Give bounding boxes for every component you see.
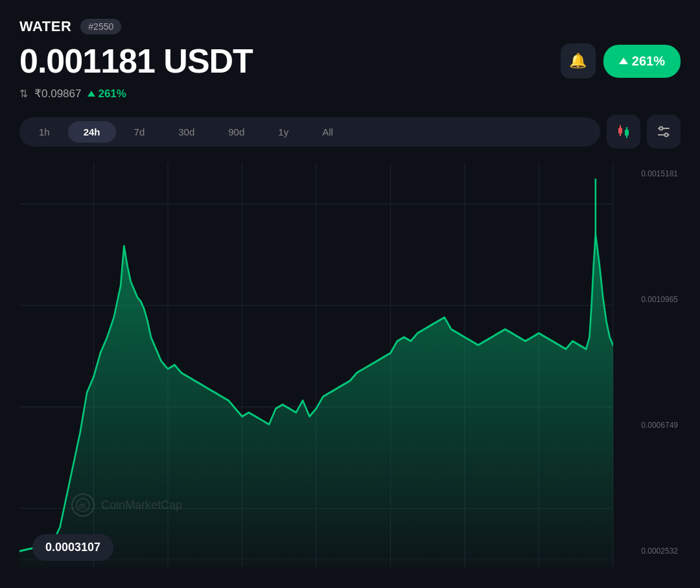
cmc-logo: m [71,493,95,517]
tab-30d[interactable]: 30d [163,121,210,143]
tab-7d[interactable]: 7d [119,121,161,143]
svg-point-9 [665,134,668,137]
bell-icon: 🔔 [569,53,587,69]
time-tabs-group: 1h 24h 7d 30d 90d 1y All [19,117,600,147]
tab-1h[interactable]: 1h [23,121,65,143]
y-label-3: 0.0006749 [619,421,681,430]
price-main: 0.001181 USDT [19,41,253,80]
ticker-label: WATER [19,18,71,35]
tab-all[interactable]: All [307,121,349,143]
chart-container: 0.0015181 0.0010965 0.0006749 0.0002532 … [19,163,681,575]
filter-icon [656,124,671,139]
y-label-1: 0.0015181 [619,169,681,178]
change-button[interactable]: 261% [603,45,681,78]
exchange-icon: ⇅ [19,88,28,100]
chart-wrapper: 0.0015181 0.0010965 0.0006749 0.0002532 … [19,163,681,575]
y-label-2: 0.0010965 [619,295,681,304]
inr-price: ₹0.09867 [34,87,81,100]
tab-1y[interactable]: 1y [262,121,304,143]
filter-button[interactable] [647,115,681,148]
svg-text:m: m [79,502,85,509]
chart-type-button[interactable] [607,115,640,148]
svg-rect-1 [618,128,622,134]
tabs-row: 1h 24h 7d 30d 90d 1y All [19,115,681,148]
y-label-4: 0.0002532 [619,547,681,556]
y-axis-labels: 0.0015181 0.0010965 0.0006749 0.0002532 [619,163,681,575]
rank-badge: #2550 [80,19,121,34]
tab-24h[interactable]: 24h [68,121,116,143]
tab-90d[interactable]: 90d [213,121,260,143]
triangle-up-icon [88,91,95,97]
pct-change-sub: 261% [88,88,126,100]
candlestick-icon [615,123,632,140]
tooltip-value: 0.0003107 [45,541,100,554]
change-pct-label: 261% [632,54,665,69]
price-tooltip: 0.0003107 [32,534,113,561]
arrow-up-icon [619,58,628,64]
cmc-watermark: m CoinMarketCap [71,493,182,517]
cmc-text: CoinMarketCap [101,499,182,512]
bell-button[interactable]: 🔔 [561,43,596,78]
svg-rect-4 [625,130,629,135]
svg-point-7 [660,127,663,130]
